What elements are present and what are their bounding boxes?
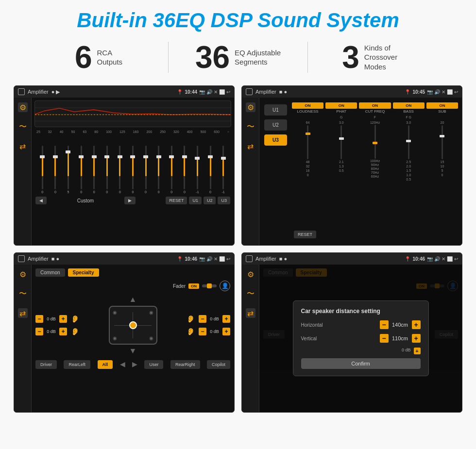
dsp-sidebar-arrows-icon[interactable]: ⇄ <box>246 141 255 151</box>
dsp-screen: Amplifier ■ ● 📍 10:45 📷 🔊 ✕ ⬜ ↩ ⚙ <box>241 85 462 246</box>
eq-reset-btn[interactable]: RESET <box>166 197 187 204</box>
fader-right-arrow[interactable]: ▶ <box>132 360 137 369</box>
fader-slider-mini[interactable] <box>202 284 217 287</box>
fader-on-badge[interactable]: ON <box>188 283 199 289</box>
dsp-fg-label: F G <box>406 116 411 119</box>
home-icon[interactable] <box>18 88 25 95</box>
fader-plus-2[interactable]: + <box>59 328 67 335</box>
fader-user-btn[interactable]: User <box>144 360 163 369</box>
eq-slider-4[interactable]: 0 <box>88 146 100 194</box>
eq-u3-btn[interactable]: U3 <box>218 197 230 204</box>
eq-slider-1[interactable]: 0 <box>50 146 62 194</box>
eq-prev-btn[interactable]: ◀ <box>35 197 47 204</box>
eq-slider-6[interactable]: 0 <box>114 146 126 194</box>
eq-topbar: Amplifier ● ▶ 📍 10:44 📷 🔊 ✕ ⬜ ↩ <box>14 86 234 98</box>
dsp-home-icon[interactable] <box>246 88 253 95</box>
eq-slider-2[interactable]: 5 <box>62 146 74 194</box>
dialog-time: 10:46 <box>412 256 425 262</box>
dialog-horizontal-minus[interactable]: − <box>380 320 389 329</box>
dsp-u1-btn[interactable]: U1 <box>264 104 287 116</box>
dialog-horizontal-row: Horizontal − 140cm + <box>301 320 421 329</box>
fader-minus-2[interactable]: − <box>35 328 43 335</box>
eq-slider-11[interactable]: 0 <box>179 146 191 194</box>
profile-icon[interactable]: 👤 <box>220 281 230 291</box>
fader-left-arrow[interactable]: ◀ <box>120 360 125 369</box>
fader-down-arrow[interactable]: ▼ <box>129 347 137 355</box>
fader-minus-4[interactable]: − <box>199 328 206 335</box>
eq-slider-0[interactable]: 0 <box>36 146 49 194</box>
dialog-sidebar-arrows-icon[interactable]: ⇄ <box>246 308 255 318</box>
dialog-home-icon[interactable] <box>246 255 253 262</box>
dialog-vertical-plus[interactable]: + <box>412 334 421 343</box>
fader-plus-1[interactable]: + <box>59 315 67 323</box>
dialog-screen: Amplifier ■ ● 📍 10:46 📷 🔊 ✕ ⬜ ↩ ⚙ <box>241 252 462 413</box>
fader-specialty-tab[interactable]: Specialty <box>68 268 99 277</box>
dsp-sub-on[interactable]: ON <box>426 102 458 109</box>
dsp-f-label: F <box>359 116 391 119</box>
dsp-u3-btn[interactable]: U3 <box>264 134 287 146</box>
fader-location-icon: 📍 <box>177 256 183 262</box>
eq-time: 10:44 <box>185 89 197 95</box>
sidebar-wave-icon[interactable]: 〜 <box>18 122 28 132</box>
fader-rearright-btn[interactable]: RearRight <box>170 360 200 369</box>
confirm-button[interactable]: Confirm <box>301 358 421 369</box>
dsp-phat-on[interactable]: ON <box>325 102 357 109</box>
sidebar-arrows-icon[interactable]: ⇄ <box>18 141 28 151</box>
fader-center-knob[interactable] <box>129 321 137 329</box>
fader-rearleft-btn[interactable]: RearLeft <box>64 360 90 369</box>
dsp-u2-btn[interactable]: U2 <box>264 119 287 131</box>
stat-label-eq: EQ Adjustable Segments <box>235 48 281 67</box>
fader-label: Fader <box>173 283 186 289</box>
sidebar-eq-icon[interactable]: ⚙ <box>18 102 28 112</box>
eq-slider-13[interactable]: 0 <box>204 146 217 194</box>
dialog-sidebar-eq-icon[interactable]: ⚙ <box>246 269 255 279</box>
eq-u2-btn[interactable]: U2 <box>204 197 216 204</box>
fader-sidebar-wave-icon[interactable]: 〜 <box>18 289 28 299</box>
dialog-sidebar-wave-icon[interactable]: 〜 <box>246 289 255 299</box>
eq-slider-8[interactable]: 0 <box>140 146 152 194</box>
eq-slider-14[interactable]: -1 <box>217 146 229 194</box>
eq-slider-9[interactable]: 0 <box>153 146 165 194</box>
dialog-volume-icon: 🔊 <box>434 256 440 262</box>
dsp-sidebar-eq-icon[interactable]: ⚙ <box>246 102 255 112</box>
eq-slider-3[interactable]: 0 <box>75 146 87 194</box>
dsp-bass-on[interactable]: ON <box>393 102 425 109</box>
dialog-horizontal-plus[interactable]: + <box>412 320 421 329</box>
dsp-reset-btn[interactable]: RESET <box>294 231 316 238</box>
eq-slider-10[interactable]: 0 <box>166 146 178 194</box>
fader-main-area: − 0 dB + 👂 − 0 dB + 👂 <box>35 295 230 355</box>
fader-sidebar-arrows-icon[interactable]: ⇄ <box>18 308 28 318</box>
dialog-vertical-minus[interactable]: − <box>380 334 389 343</box>
fader-common-tab[interactable]: Common <box>35 268 65 277</box>
eq-u1-btn[interactable]: U1 <box>189 197 202 204</box>
dialog-screen-title: Amplifier <box>255 256 276 262</box>
dialog-location-icon: 📍 <box>405 256 410 262</box>
back-icon: ↩ <box>226 89 230 95</box>
dsp-status: ■ ● <box>279 89 287 95</box>
fader-plus-3[interactable]: + <box>222 315 230 323</box>
fader-sidebar-eq-icon[interactable]: ⚙ <box>18 269 28 279</box>
eq-slider-5[interactable]: 0 <box>101 146 113 194</box>
fader-home-icon[interactable] <box>18 255 25 262</box>
dialog-vol-plus[interactable]: + <box>414 348 421 354</box>
camera-icon: 📷 <box>199 89 205 95</box>
fader-driver-btn[interactable]: Driver <box>35 360 57 369</box>
fader-plus-4[interactable]: + <box>222 328 230 335</box>
speaker-br: ◉ <box>149 335 153 341</box>
dsp-loudness-on[interactable]: ON <box>292 102 323 109</box>
eq-sliders-row: 0 0 5 0 0 <box>34 135 231 194</box>
fader-all-btn[interactable]: All <box>98 360 113 369</box>
fader-minus-3[interactable]: − <box>199 315 206 323</box>
dsp-phat-col: ON PHAT <box>325 102 357 114</box>
fader-copilot-btn[interactable]: Copilot <box>207 360 230 369</box>
dsp-topbar: Amplifier ■ ● 📍 10:45 📷 🔊 ✕ ⬜ ↩ <box>242 86 462 98</box>
dialog-vertical-value: 110cm <box>391 335 410 341</box>
dsp-sidebar-wave-icon[interactable]: 〜 <box>246 122 255 132</box>
dsp-cutfreq-on[interactable]: ON <box>359 102 391 109</box>
fader-minus-1[interactable]: − <box>35 315 43 323</box>
eq-next-btn[interactable]: ▶ <box>124 197 136 204</box>
eq-slider-12[interactable]: -1 <box>191 146 204 194</box>
eq-slider-7[interactable]: 0 <box>127 146 139 194</box>
fader-up-arrow[interactable]: ▲ <box>129 295 137 304</box>
fader-screen: Amplifier ■ ● 📍 10:46 📷 🔊 ✕ ⬜ ↩ ⚙ <box>14 252 235 413</box>
